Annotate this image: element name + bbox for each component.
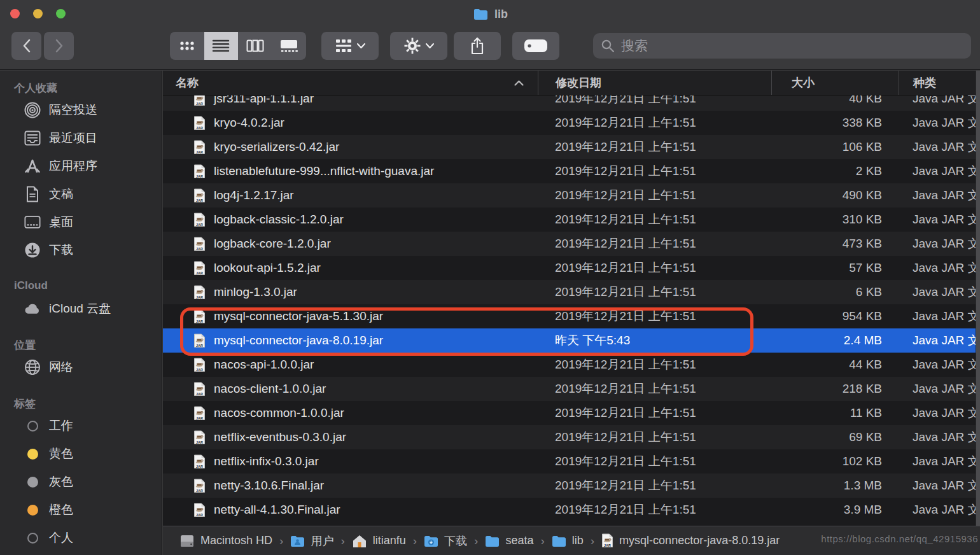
file-row[interactable]: JARnetflix-infix-0.3.0.jar2019年12月21日 上午… <box>163 449 980 474</box>
gallery-view-button[interactable] <box>272 32 307 60</box>
sidebar-item-iCloud 云盘[interactable]: iCloud 云盘 <box>0 295 162 323</box>
sidebar-item-label: 个人 <box>49 530 73 546</box>
sidebar-item-橙色[interactable]: 橙色 <box>0 496 162 524</box>
svg-text:JAR: JAR <box>196 247 203 251</box>
scrollbar[interactable] <box>976 71 980 526</box>
sidebar-item-应用程序[interactable]: 应用程序 <box>0 152 162 180</box>
file-row[interactable]: JARnacos-api-1.0.0.jar2019年12月21日 上午1:51… <box>163 353 980 377</box>
file-row[interactable]: JARkryo-4.0.2.jar2019年12月21日 上午1:51338 K… <box>163 111 980 135</box>
svg-text:JAR: JAR <box>196 344 203 348</box>
sidebar-item-灰色[interactable]: 灰色 <box>0 468 162 496</box>
sidebar-item-桌面[interactable]: 桌面 <box>0 208 162 236</box>
sidebar-item-文稿[interactable]: 文稿 <box>0 180 162 208</box>
svg-text:JAR: JAR <box>196 489 203 493</box>
file-name-label: nacos-api-1.0.0.jar <box>214 358 314 372</box>
svg-text:JAR: JAR <box>196 416 203 420</box>
file-name: JARnetty-3.10.6.Final.jar <box>163 479 538 493</box>
watermark: https://blog.csdn.net/qq_42915936 <box>821 533 978 544</box>
file-name: JARlookout-api-1.5.2.jar <box>163 261 538 276</box>
file-row[interactable]: JARlookout-api-1.5.2.jar2019年12月21日 上午1:… <box>163 256 980 280</box>
close-button[interactable] <box>10 9 20 18</box>
view-switcher <box>170 32 306 60</box>
sidebar-item-label: 工作 <box>49 418 73 434</box>
svg-text:JAR: JAR <box>196 271 203 275</box>
file-modified: 2019年12月21日 上午1:51 <box>538 477 771 494</box>
sidebar-item-工作[interactable]: 工作 <box>0 412 162 440</box>
sidebar-section-header: 标签 <box>14 397 162 411</box>
jar-icon: JAR <box>193 237 206 251</box>
jar-icon: JAR <box>193 213 206 227</box>
svg-text:JAR: JAR <box>196 150 203 154</box>
sidebar-item-黄色[interactable]: 黄色 <box>0 440 162 468</box>
file-row[interactable]: JARnetflix-eventbus-0.3.0.jar2019年12月21日… <box>163 425 980 449</box>
file-row[interactable]: JARlogback-classic-1.2.0.jar2019年12月21日 … <box>163 207 980 232</box>
jar-icon: JAR <box>193 503 206 517</box>
file-row[interactable]: JARkryo-serializers-0.42.jar2019年12月21日 … <box>163 135 980 159</box>
file-size: 11 KB <box>771 406 899 420</box>
file-kind: Java JAR 文件 <box>899 187 980 204</box>
column-view-button[interactable] <box>238 32 272 60</box>
sidebar-item-label: 橙色 <box>49 502 73 518</box>
path-item-Macintosh HD[interactable]: Macintosh HD <box>179 534 272 548</box>
file-modified: 2019年12月21日 上午1:51 <box>538 453 771 470</box>
file-row[interactable]: JARmysql-connector-java-8.0.19.jar昨天 下午5… <box>163 328 980 353</box>
group-by-button[interactable] <box>321 32 379 60</box>
column-header-kind-label: 种类 <box>913 75 936 90</box>
file-kind: Java JAR 文件 <box>899 453 980 470</box>
file-kind: Java JAR 文件 <box>899 260 980 276</box>
path-item-litianfu[interactable]: litianfu <box>352 534 406 548</box>
action-gear-button[interactable] <box>390 32 447 60</box>
path-item-下载[interactable]: 下载 <box>424 533 467 549</box>
file-list: 名称 修改日期 大小 种类 JARjsr311-api-1.1.1.jar201… <box>163 71 980 526</box>
file-row[interactable]: JARnetty-all-4.1.30.Final.jar2019年12月21日… <box>163 498 980 522</box>
search-input[interactable] <box>593 33 971 59</box>
toolbar <box>0 28 980 70</box>
sort-ascending-icon <box>514 80 524 86</box>
file-row[interactable]: JARlistenablefuture-999...nflict-with-gu… <box>163 159 980 183</box>
sidebar-item-个人[interactable]: 个人 <box>0 524 162 552</box>
sidebar-item-隔空投送[interactable]: 隔空投送 <box>0 96 162 124</box>
sidebar-item-label: 应用程序 <box>49 158 97 174</box>
column-header-kind[interactable]: 种类 <box>899 71 980 95</box>
sidebar-item-label: 桌面 <box>49 214 73 230</box>
column-header-name[interactable]: 名称 <box>163 71 538 95</box>
column-header-size[interactable]: 大小 <box>771 71 899 95</box>
file-kind: Java JAR 文件 <box>899 332 980 349</box>
sidebar-item-下载[interactable]: 下载 <box>0 236 162 264</box>
file-name-label: lookout-api-1.5.2.jar <box>214 261 321 275</box>
file-size: 3.9 MB <box>771 503 899 517</box>
file-name: JARmysql-connector-java-8.0.19.jar <box>163 334 538 348</box>
back-button[interactable] <box>11 32 41 60</box>
file-name: JARlistenablefuture-999...nflict-with-gu… <box>163 164 538 179</box>
path-item-用户[interactable]: 用户 <box>290 533 333 549</box>
file-name-label: listenablefuture-999...nflict-with-guava… <box>214 164 434 178</box>
icon-view-button[interactable] <box>170 32 204 60</box>
path-item-mysql-connector-java-8.0.19.jar[interactable]: JARmysql-connector-java-8.0.19.jar <box>601 533 780 548</box>
file-size: 954 KB <box>771 309 899 323</box>
column-header-modified[interactable]: 修改日期 <box>538 71 771 95</box>
path-item-seata[interactable]: seata <box>485 534 533 547</box>
file-row[interactable]: JARnetty-3.10.6.Final.jar2019年12月21日 上午1… <box>163 474 980 498</box>
minimize-button[interactable] <box>33 9 43 18</box>
file-row[interactable]: JARminlog-1.3.0.jar2019年12月21日 上午1:516 K… <box>163 280 980 304</box>
file-row[interactable]: JARnacos-common-1.0.0.jar2019年12月21日 上午1… <box>163 401 980 425</box>
file-name-label: mysql-connector-java-5.1.30.jar <box>214 309 383 323</box>
list-view-button[interactable] <box>204 32 239 60</box>
sidebar-item-网络[interactable]: 网络 <box>0 353 162 381</box>
path-item-label: litianfu <box>373 534 406 547</box>
file-name: JARnetflix-infix-0.3.0.jar <box>163 454 538 469</box>
sidebar-item-最近项目[interactable]: 最近项目 <box>0 124 162 152</box>
file-size: 6 KB <box>771 285 899 299</box>
file-row[interactable]: JARmysql-connector-java-5.1.30.jar2019年1… <box>163 304 980 328</box>
file-name: JARnetty-all-4.1.30.Final.jar <box>163 503 538 517</box>
file-row[interactable]: JARlogback-core-1.2.0.jar2019年12月21日 上午1… <box>163 232 980 256</box>
file-modified: 2019年12月21日 上午1:51 <box>538 139 771 155</box>
file-row[interactable]: JARlog4j-1.2.17.jar2019年12月21日 上午1:51490… <box>163 183 980 207</box>
path-item-lib[interactable]: lib <box>552 534 584 547</box>
file-modified: 2019年12月21日 上午1:51 <box>538 260 771 276</box>
forward-button[interactable] <box>44 32 74 60</box>
zoom-button[interactable] <box>56 9 66 18</box>
tag-button[interactable] <box>512 32 559 60</box>
share-button[interactable] <box>454 32 501 60</box>
file-row[interactable]: JARnacos-client-1.0.0.jar2019年12月21日 上午1… <box>163 377 980 401</box>
